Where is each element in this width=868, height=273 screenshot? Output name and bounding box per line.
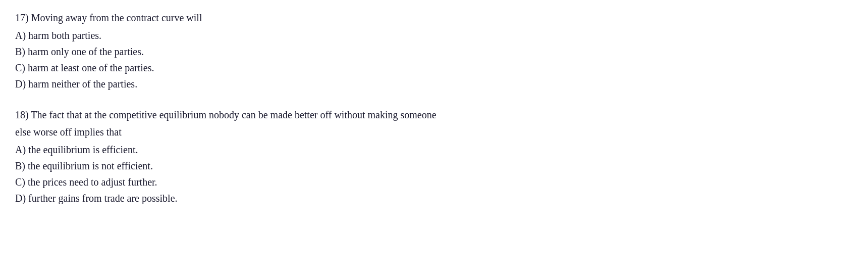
question-17-option-d: D) harm neither of the parties. bbox=[15, 76, 853, 92]
question-18-option-b: B) the equilibrium is not efficient. bbox=[15, 158, 853, 174]
questions-container: 17) Moving away from the contract curve … bbox=[15, 10, 853, 206]
question-17-text: 17) Moving away from the contract curve … bbox=[15, 10, 853, 25]
question-18: 18) The fact that at the competitive equ… bbox=[15, 107, 853, 206]
question-18-text-line1: 18) The fact that at the competitive equ… bbox=[15, 107, 853, 122]
question-18-option-c: C) the prices need to adjust further. bbox=[15, 174, 853, 190]
question-17: 17) Moving away from the contract curve … bbox=[15, 10, 853, 92]
question-17-option-c: C) harm at least one of the parties. bbox=[15, 60, 853, 76]
question-17-option-a: A) harm both parties. bbox=[15, 27, 853, 43]
question-18-option-d: D) further gains from trade are possible… bbox=[15, 190, 853, 206]
question-18-text-line2: else worse off implies that bbox=[15, 124, 853, 140]
question-18-option-a: A) the equilibrium is efficient. bbox=[15, 142, 853, 158]
question-17-option-b: B) harm only one of the parties. bbox=[15, 43, 853, 60]
